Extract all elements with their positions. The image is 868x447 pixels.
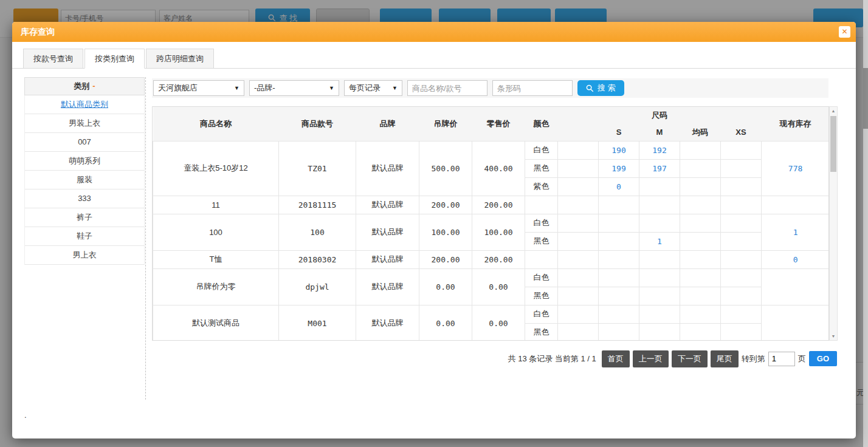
scroll-down-icon[interactable]: ▼ [830,332,837,340]
style-code-cell: 100 [279,214,356,250]
size-qty-cell [680,287,721,305]
category-item[interactable]: 333 [25,189,144,208]
color-cell: 白色 [525,141,558,159]
category-item[interactable]: 萌萌系列 [25,152,144,171]
size-qty-cell [599,250,639,268]
color-cell: 紫色 [525,177,558,196]
brand-cell: 默认品牌 [356,214,419,250]
barcode-input[interactable] [492,80,573,96]
brand-select-value: -品牌- [254,83,275,94]
size-qty-cell: 190 [599,141,639,159]
col-header-size: 均码 [680,124,721,141]
query-tab[interactable]: 按类别查询 [84,49,145,69]
collapse-minus-icon[interactable]: - [92,81,95,90]
table-row: 默认测试商品M001默认品牌0.000.00白色 [153,305,830,323]
product-name-cell: 吊牌价为零 [153,268,279,305]
goto-page-input[interactable] [768,352,795,366]
tag-price-cell: 200.00 [419,196,472,214]
page-scrollbar[interactable] [863,0,868,447]
stock-qty-cell: 778 [762,141,829,196]
table-row: 童装上衣5-10岁12TZ01默认品牌500.00400.00白色1901927… [153,141,830,159]
color-cell: 白色 [525,214,558,232]
next-page-button[interactable]: 下一页 [672,350,708,367]
category-item[interactable]: 男上衣 [25,246,144,265]
table-scrollbar-thumb[interactable] [830,116,836,172]
category-item[interactable]: 默认商品类别 [25,95,144,114]
page-scrollbar-thumb[interactable] [863,68,868,129]
size-qty-cell [639,305,680,323]
category-header-label: 类别 [74,81,89,90]
size-qty-cell [599,196,639,214]
query-tab[interactable]: 跨店明细查询 [146,49,214,69]
size-qty-cell [680,214,721,232]
inventory-table: 商品名称 商品款号 品牌 吊牌价 零售价 颜色 尺码 现有库存 SM均码XS 童… [153,107,829,341]
style-code-cell: dpjwl [279,268,356,305]
color-cell [525,196,558,214]
go-button[interactable]: GO [809,351,837,366]
size-qty-cell [721,305,762,323]
category-panel: 类别- 默认商品类别男装上衣007萌萌系列服装333裤子鞋子男上衣 [24,77,145,265]
brand-cell: 默认品牌 [356,305,419,341]
search-button-label: 搜 索 [598,83,616,94]
last-page-button[interactable]: 尾页 [711,350,739,367]
size-qty-cell [558,305,599,323]
size-qty-cell: 1 [639,232,680,250]
col-header-brand: 品牌 [356,107,419,141]
size-qty-cell [558,250,599,268]
close-icon[interactable]: ✕ [839,26,850,38]
size-qty-cell [639,323,680,341]
retail-price-cell: 400.00 [472,141,525,196]
brand-select[interactable]: -品牌- ▼ [249,80,339,96]
page-size-select[interactable]: 每页记录 ▼ [344,80,402,96]
size-qty-cell [721,232,762,250]
category-item[interactable]: 服装 [25,171,144,189]
size-qty-cell [721,196,762,214]
first-page-button[interactable]: 首页 [602,350,630,367]
stock-qty-cell [762,268,829,305]
product-name-cell: 100 [153,214,279,250]
store-select[interactable]: 天河旗舰店 ▼ [153,80,244,96]
size-qty-cell [599,232,639,250]
modal-header: 库存查询 ✕ [12,22,856,42]
scroll-up-icon[interactable]: ▲ [830,107,837,115]
size-qty-cell [558,232,599,250]
color-cell: 黑色 [525,323,558,341]
size-qty-cell [721,159,762,177]
size-qty-cell [558,159,599,177]
tag-price-cell: 0.00 [419,305,472,341]
size-qty-cell [639,196,680,214]
size-qty-cell [558,177,599,196]
category-item[interactable]: 鞋子 [25,227,144,246]
size-qty-cell [680,250,721,268]
tab-bar: 按款号查询按类别查询跨店明细查询 [12,42,856,69]
prev-page-button[interactable]: 上一页 [633,350,669,367]
size-qty-cell [680,177,721,196]
color-cell [525,250,558,268]
category-item[interactable]: 男装上衣 [25,114,144,133]
modal-title: 库存查询 [12,22,856,42]
query-tab[interactable]: 按款号查询 [23,49,83,69]
stock-qty-cell: 0 [762,250,829,268]
table-row: 100100默认品牌100.00100.00白色1 [153,214,830,232]
tag-price-cell: 200.00 [419,250,472,268]
color-cell: 白色 [525,268,558,287]
search-button[interactable]: 搜 索 [577,80,624,96]
category-item[interactable]: 裤子 [25,208,144,227]
category-item[interactable]: 007 [25,133,144,152]
search-icon [586,84,594,92]
product-name-cell: 童装上衣5-10岁12 [153,141,279,196]
category-panel-header: 类别- [24,77,145,95]
size-qty-cell [721,323,762,341]
product-name-cell: 11 [153,196,279,214]
table-scrollbar[interactable]: ▲ ▼ [829,106,838,341]
size-qty-cell [639,268,680,287]
size-qty-cell [680,141,721,159]
size-qty-cell [639,250,680,268]
size-qty-cell: 197 [639,159,680,177]
size-qty-cell [599,305,639,323]
product-name-input[interactable] [407,80,487,96]
col-header-retail-price: 零售价 [472,107,525,141]
size-qty-cell [558,141,599,159]
size-qty-cell [680,232,721,250]
table-header: 商品名称 商品款号 品牌 吊牌价 零售价 颜色 尺码 现有库存 SM均码XS [153,107,830,141]
